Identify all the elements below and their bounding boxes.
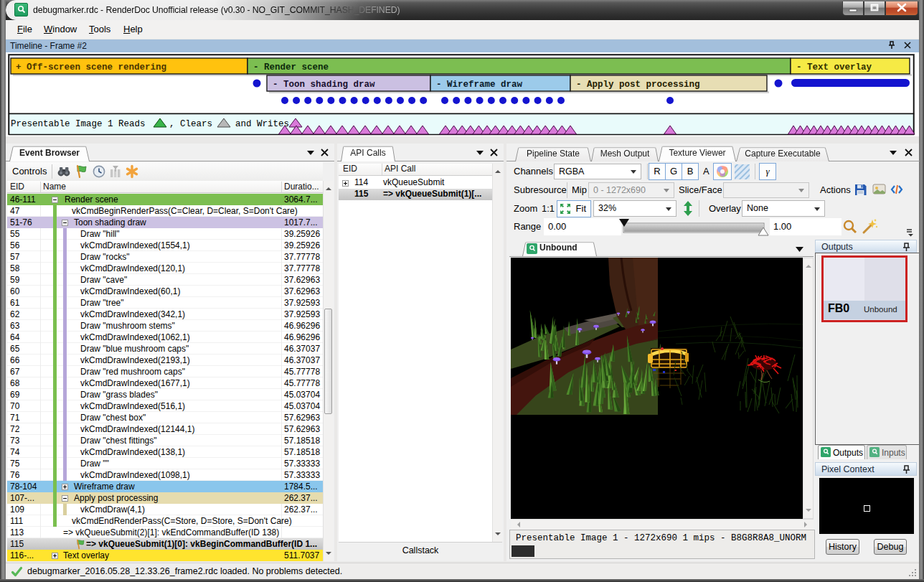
svg-text:, Clears: , Clears — [169, 119, 212, 129]
svg-text:- Render scene: - Render scene — [253, 62, 329, 72]
svg-text:+ Off-screen scene rendering: + Off-screen scene rendering — [16, 62, 166, 72]
svg-text:Presentable Image 1 Reads: Presentable Image 1 Reads — [11, 119, 146, 129]
svg-text:- Wireframe draw: - Wireframe draw — [436, 80, 523, 90]
svg-text:and Writes: and Writes — [235, 119, 289, 129]
svg-text:- Apply post processing: - Apply post processing — [576, 80, 700, 90]
svg-text:- Toon shading draw: - Toon shading draw — [273, 80, 375, 90]
svg-text:- Text overlay: - Text overlay — [796, 62, 872, 72]
